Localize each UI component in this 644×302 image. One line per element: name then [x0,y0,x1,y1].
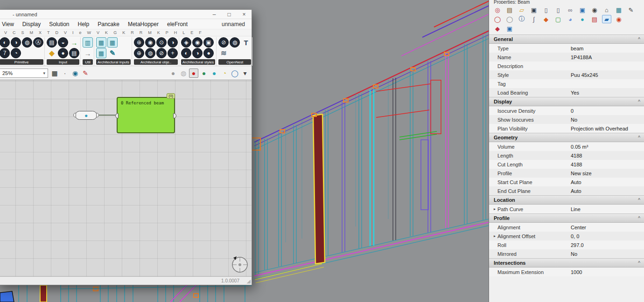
toolbar-group-label-input[interactable]: Input [47,59,79,65]
component-tab-letter[interactable]: K [157,30,160,35]
menu-item-metahopper[interactable]: MetaHopper [124,19,163,29]
sphere-teal-icon[interactable]: ● [210,69,219,78]
output-nub[interactable] [96,113,99,117]
preview-eye-icon[interactable]: ◉ [70,69,80,78]
paintbrush-icon[interactable]: ✎ [81,69,90,78]
component-icon[interactable]: ● [58,48,68,58]
component-tab-letter[interactable]: X [39,30,42,35]
property-value[interactable]: Yes [562,90,644,96]
component-tab-letter[interactable]: V [64,30,67,35]
component-icon[interactable]: Ⓐ [33,37,43,48]
folder-icon[interactable]: ▱ [517,6,526,14]
material-icon[interactable]: ▦ [614,6,623,14]
component-tab-letter[interactable]: S [21,30,24,35]
collapse-chevron-icon[interactable]: ^ [638,135,640,140]
component-tab-letter[interactable]: D [56,30,59,35]
menu-item-display[interactable]: Display [18,19,45,29]
property-value[interactable]: Auto [562,179,644,185]
component-tab-letter[interactable]: F [199,30,202,35]
link-icon[interactable]: ∞ [566,6,575,14]
burst-icon[interactable]: ◆ [541,15,551,23]
component-icon[interactable]: ◑ [192,48,203,58]
property-value[interactable]: 4188 [562,162,644,167]
toolbar-group-label-opennest[interactable]: OpenNest [218,59,251,65]
component-icon[interactable]: ◉ [192,37,203,48]
circle-red-icon[interactable]: ◯ [493,15,502,23]
component-tab-letter[interactable]: G [113,30,117,35]
expand-arrow-icon[interactable]: ▸ [492,234,497,238]
sphere-icon[interactable]: ● [578,15,587,23]
property-value[interactable]: 1000 [562,269,644,275]
layers-icon[interactable]: ▤ [505,6,514,14]
beam-section-icon[interactable]: ▰ [602,15,611,23]
hatch-diamond-icon[interactable]: ◆ [493,24,502,33]
dropdown-arrow-icon[interactable]: ▾ [240,69,250,78]
component-icon[interactable]: ▥ [83,37,93,48]
section-header-general[interactable]: General^ [489,34,644,44]
component-icon[interactable]: ◉ [145,37,155,48]
component-icon[interactable]: ▤ [69,48,79,58]
home-icon[interactable]: ⌂ [602,6,611,14]
collapse-chevron-icon[interactable]: ^ [638,198,640,203]
expand-arrow-icon[interactable]: ▸ [492,207,497,211]
property-value[interactable]: Center [562,225,644,230]
component-tab-letter[interactable]: K [122,30,125,35]
component-icon[interactable]: ● [203,48,214,58]
circle-gray-icon[interactable]: ◯ [505,15,514,23]
grasshopper-titlebar[interactable]: - unnamed – □ × [0,10,252,19]
resize-grip[interactable]: ◢ [247,278,251,284]
collapse-chevron-icon[interactable]: ^ [638,99,640,104]
no-preview-icon[interactable]: ● [168,69,178,78]
menu-item-solution[interactable]: Solution [45,19,73,29]
component-tab-letter[interactable]: K [105,30,108,35]
component-input-nub[interactable] [115,113,119,118]
component-output-nub[interactable] [173,113,176,118]
component-tab-letter[interactable]: L [182,30,185,35]
property-value[interactable]: Line [562,206,644,212]
component-tab-letter[interactable]: W [87,30,91,35]
component-icon[interactable]: ◍ [230,37,240,48]
collapse-chevron-icon[interactable]: ^ [638,261,640,266]
component-icon[interactable]: ✎ [107,48,118,58]
toolbar-group-label-util[interactable]: Util [83,59,93,65]
input-nub[interactable] [73,113,76,117]
component-icon[interactable]: ▦ [107,37,118,48]
component-icon[interactable]: ▦ [96,37,106,48]
component-icon[interactable]: ▣ [203,37,214,48]
snap-grid-icon[interactable]: ▦ [50,69,59,78]
menu-item-elefront[interactable]: eleFront [163,19,192,29]
component-tab-letter[interactable]: e [79,30,82,35]
toolbar-group-label-architectural-inputs[interactable]: Architectural inputs [96,59,131,65]
referenced-beam-component[interactable]: {0} 0 Referenced beam [117,97,175,133]
property-value[interactable]: 4188 [562,153,644,158]
component-tab-letter[interactable]: I [72,30,74,35]
toolbar-group-label-architectural-obje[interactable]: Architectural obje.. [134,59,178,65]
swirl-icon[interactable]: ◕ [566,15,575,23]
component-icon[interactable]: ◑ [168,37,178,48]
component-icon[interactable]: ◐ [0,37,10,48]
component-tab-letter[interactable]: E [190,30,193,35]
component-icon[interactable]: ▤ [47,37,57,48]
component-icon[interactable]: ◍ [145,48,155,58]
collapse-chevron-icon[interactable]: ^ [638,216,640,221]
target-icon[interactable]: ◎ [493,6,502,14]
component-icon[interactable]: ⊘ [156,48,167,58]
component-tab-letter[interactable]: M [30,30,34,35]
minimize-button[interactable]: – [207,10,222,19]
property-value[interactable]: 0.05 m³ [562,144,644,150]
component-icon[interactable]: ◒ [58,37,68,48]
property-value[interactable]: 0 [562,108,644,114]
section-header-intersections[interactable]: Intersections^ [489,258,644,268]
section-header-profile[interactable]: Profile^ [489,213,644,223]
component-icon[interactable]: + [168,48,178,58]
note-icon[interactable]: ▢ [553,15,563,23]
canvas-compass-widget[interactable] [231,256,249,274]
component-icon[interactable]: ⊙ [156,37,167,48]
property-value[interactable]: beam [562,46,644,51]
gear-icon[interactable]: ◉ [614,15,623,23]
property-value[interactable]: Projection with Overhead [562,126,644,131]
component-tab-letter[interactable]: V [4,30,7,35]
component-icon[interactable]: ◑ [11,37,21,48]
block-icon[interactable]: ▣ [505,24,514,33]
section-header-display[interactable]: Display^ [489,97,644,106]
